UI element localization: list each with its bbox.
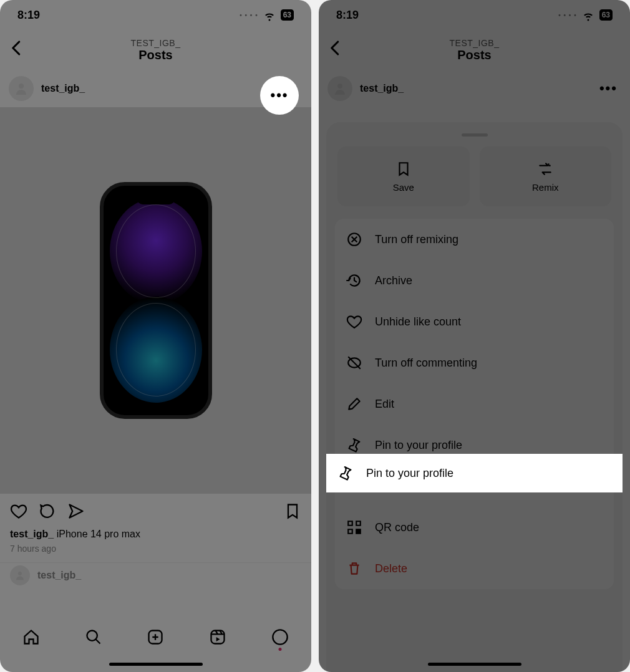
svg-point-1 xyxy=(18,572,22,575)
user-icon xyxy=(332,81,347,96)
cellular-dots-icon: • • • • xyxy=(558,12,576,19)
svg-point-0 xyxy=(19,84,24,89)
sheet-item-qr[interactable]: QR code xyxy=(335,507,614,548)
bookmark-icon xyxy=(395,161,412,177)
status-time: 8:19 xyxy=(336,9,359,22)
sheet-item-label: QR code xyxy=(375,521,419,534)
header-context: TEST_IGB_ xyxy=(131,38,181,48)
home-indicator xyxy=(428,663,521,666)
caption-username[interactable]: test_igb_ xyxy=(10,529,54,539)
sheet-grabber[interactable] xyxy=(462,133,488,137)
sheet-item-label: Archive xyxy=(375,274,412,287)
wifi-icon xyxy=(262,7,277,22)
post-username[interactable]: test_igb_ xyxy=(360,83,404,94)
home-indicator xyxy=(109,663,203,666)
sheet-item-commenting[interactable]: Turn off commenting xyxy=(335,342,614,383)
wifi-icon xyxy=(581,7,596,22)
sheet-list: Turn off remixing Archive Unhide like co… xyxy=(335,219,614,589)
remix-icon xyxy=(537,161,553,177)
sheet-item-unhide[interactable]: Unhide like count xyxy=(335,301,614,342)
pencil-icon xyxy=(346,396,362,412)
sheet-item-label: Unhide like count xyxy=(375,315,461,329)
header-title: Posts xyxy=(131,48,181,62)
post-username[interactable]: test_igb_ xyxy=(41,83,85,94)
comment-off-icon xyxy=(346,355,362,371)
back-button[interactable] xyxy=(7,39,26,57)
sheet-item-remixing[interactable]: Turn off remixing xyxy=(335,219,614,260)
sheet-save-label: Save xyxy=(393,182,414,193)
post-more-button[interactable]: ••• xyxy=(596,80,621,97)
cellular-dots-icon: • • • • xyxy=(240,12,258,19)
header-context: TEST_IGB_ xyxy=(450,38,500,48)
battery-indicator: 63 xyxy=(281,9,294,21)
caption-text: iPhone 14 pro max xyxy=(57,529,140,539)
sheet-item-delete[interactable]: Delete xyxy=(335,548,614,589)
user-icon xyxy=(14,570,26,581)
status-bar: 8:19 • • • • 63 xyxy=(0,0,311,30)
like-button[interactable] xyxy=(10,502,27,520)
heart-icon xyxy=(10,502,27,520)
tab-create[interactable] xyxy=(147,628,164,646)
history-icon xyxy=(346,272,362,289)
highlight-more-button[interactable]: ••• xyxy=(260,76,299,115)
avatar[interactable] xyxy=(9,76,34,101)
heart-icon xyxy=(346,314,362,330)
sheet-item-label: Turn off remixing xyxy=(375,233,458,246)
tab-bar xyxy=(0,620,311,672)
chevron-left-icon xyxy=(326,39,345,57)
post-time: 7 hours ago xyxy=(0,540,311,562)
header-title: Posts xyxy=(450,48,500,62)
post-actions xyxy=(0,494,311,529)
svg-point-5 xyxy=(273,630,287,644)
chevron-left-icon xyxy=(7,39,26,57)
tab-search[interactable] xyxy=(85,628,102,646)
sheet-item-archive[interactable]: Archive xyxy=(335,260,614,301)
svg-rect-4 xyxy=(211,631,225,644)
svg-point-2 xyxy=(87,631,97,641)
screenshot-right: 8:19 • • • • 63 TEST_IGB_ Posts test_igb… xyxy=(319,0,630,672)
qr-icon xyxy=(346,519,362,535)
avatar[interactable] xyxy=(327,76,352,101)
status-bar: 8:19 • • • • 63 xyxy=(319,0,630,30)
sheet-remix-card[interactable]: Remix xyxy=(480,146,612,206)
back-button[interactable] xyxy=(326,39,345,57)
battery-indicator: 63 xyxy=(599,9,613,21)
profile-circle-icon xyxy=(271,628,289,646)
page-header: TEST_IGB_ Posts xyxy=(319,30,630,70)
save-button[interactable] xyxy=(284,502,301,520)
post-author-row: test_igb_ ••• xyxy=(319,70,630,107)
page-header: TEST_IGB_ Posts xyxy=(0,30,311,70)
highlight-pin-row[interactable]: Pin to your profile xyxy=(326,454,623,492)
share-button[interactable] xyxy=(67,502,85,520)
pin-icon xyxy=(337,465,354,481)
trash-icon xyxy=(346,560,362,577)
bookmark-icon xyxy=(284,502,301,520)
sheet-save-card[interactable]: Save xyxy=(337,146,470,206)
sheet-item-label: Turn off commenting xyxy=(375,357,477,370)
user-icon xyxy=(14,81,29,96)
tab-profile[interactable] xyxy=(271,628,289,646)
svg-point-6 xyxy=(337,84,342,89)
avatar[interactable] xyxy=(10,565,30,585)
action-sheet: Save Remix Turn off remixing Archive Unh… xyxy=(326,122,623,672)
post-image[interactable] xyxy=(0,107,311,494)
sheet-item-label: Delete xyxy=(375,562,407,575)
tab-reels[interactable] xyxy=(209,628,226,646)
comment-button[interactable] xyxy=(39,502,56,520)
sheet-item-label: Edit xyxy=(375,398,394,411)
plus-square-icon xyxy=(147,628,164,646)
send-icon xyxy=(67,502,85,520)
comment-icon xyxy=(39,502,56,520)
home-icon xyxy=(22,628,40,646)
sheet-remix-label: Remix xyxy=(532,182,559,193)
tab-home[interactable] xyxy=(22,628,40,646)
highlight-pin-label: Pin to your profile xyxy=(366,467,453,480)
screenshot-left: 8:19 • • • • 63 TEST_IGB_ Posts test_igb… xyxy=(0,0,311,672)
sheet-item-edit[interactable]: Edit xyxy=(335,383,614,425)
status-time: 8:19 xyxy=(17,9,40,22)
next-post-peek: test_igb_ xyxy=(0,562,311,587)
pin-icon xyxy=(346,437,362,453)
post-caption: test_igb_ iPhone 14 pro max xyxy=(0,529,311,540)
sheet-item-label: Pin to your profile xyxy=(375,439,462,452)
circle-x-icon xyxy=(346,231,362,247)
